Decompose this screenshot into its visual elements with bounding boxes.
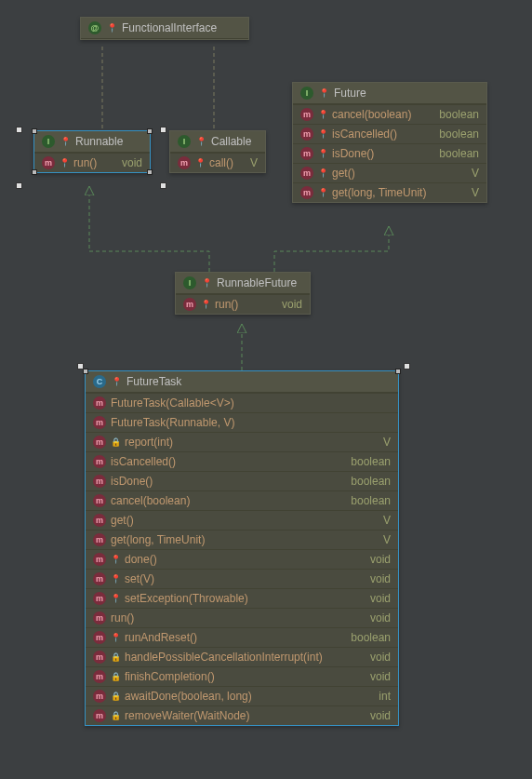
member-row[interactable]: m📍set(V)void <box>86 569 398 588</box>
selection-handle[interactable] <box>404 363 410 369</box>
member-row[interactable]: misDone()boolean <box>86 471 398 490</box>
member-name: get(long, TimeUnit) <box>332 186 426 199</box>
interface-icon: I <box>42 135 55 148</box>
pin-icon: 📍 <box>318 149 327 158</box>
method-icon: m <box>93 514 106 527</box>
modifier-icon: 📍 <box>112 377 121 386</box>
member-row[interactable]: m🔒report(int)V <box>86 432 398 451</box>
pin-icon: 📍 <box>318 168 327 178</box>
modifier-icon: 📍 <box>107 23 116 33</box>
member-row[interactable]: m🔒handlePossibleCancellationInterrupt(in… <box>86 647 398 666</box>
member-row[interactable]: mget()V <box>86 510 398 530</box>
method-icon: m <box>93 611 106 625</box>
pin-icon: 📍 <box>318 188 327 197</box>
lock-icon: 🔒 <box>111 711 120 720</box>
member-row[interactable]: m📍isCancelled()boolean <box>293 124 486 143</box>
member-row[interactable]: m📍runAndReset()boolean <box>86 627 398 647</box>
member-row[interactable]: m📍get(long, TimeUnit)V <box>293 182 486 202</box>
selection-handle[interactable] <box>160 182 166 189</box>
member-row[interactable]: mrun()void <box>86 608 398 627</box>
diagram-canvas[interactable]: @ 📍 FunctionalInterface I 📍 Runnable m📍r… <box>0 0 532 779</box>
member-name: FutureTask(Runnable, V) <box>111 416 234 429</box>
member-row[interactable]: m📍get()V <box>293 163 486 182</box>
node-title: FutureTask <box>126 375 181 388</box>
member-name: run() <box>215 298 238 311</box>
method-icon: m <box>93 709 106 722</box>
node-functional-interface[interactable]: @ 📍 FunctionalInterface <box>80 17 249 40</box>
member-row[interactable]: m🔒finishCompletion()void <box>86 666 398 686</box>
member-return: boolean <box>351 631 391 644</box>
method-icon: m <box>300 108 313 121</box>
selection-handle[interactable] <box>160 127 166 133</box>
member-return: V <box>383 436 391 449</box>
member-name: cancel(boolean) <box>111 494 190 507</box>
member-name: FutureTask(Callable<V>) <box>111 396 234 410</box>
member-row[interactable]: mFutureTask(Callable<V>) <box>86 393 398 412</box>
member-row[interactable]: m📍cancel(boolean)boolean <box>293 104 486 124</box>
interface-icon: I <box>183 276 196 289</box>
member-row[interactable]: m📍run()void <box>34 153 150 172</box>
selection-handle[interactable] <box>32 169 37 175</box>
selection-handle[interactable] <box>16 127 22 133</box>
node-header: C 📍 FutureTask <box>86 371 398 393</box>
node-callable[interactable]: I 📍 Callable m📍call()V <box>169 130 266 173</box>
selection-handle[interactable] <box>77 363 84 369</box>
selection-handle[interactable] <box>395 369 401 374</box>
member-row[interactable]: m📍call()V <box>170 153 265 172</box>
member-name: call() <box>209 156 233 169</box>
modifier-icon: 📍 <box>196 137 206 146</box>
member-return: boolean <box>439 108 479 121</box>
selection-handle[interactable] <box>32 128 37 134</box>
lock-icon: 🔒 <box>111 692 120 701</box>
member-return: boolean <box>439 147 479 160</box>
method-icon: m <box>93 416 106 429</box>
modifier-icon: 📍 <box>319 88 328 98</box>
member-return: V <box>383 533 391 546</box>
modifier-icon: 📍 <box>60 137 70 146</box>
node-header: I 📍 RunnableFuture <box>176 273 310 294</box>
member-return: void <box>370 553 391 566</box>
selection-handle[interactable] <box>147 128 153 134</box>
member-list: m📍run()void <box>176 294 310 314</box>
pin-icon: 📍 <box>111 633 120 642</box>
member-row[interactable]: mFutureTask(Runnable, V) <box>86 412 398 432</box>
member-name: isDone() <box>111 475 153 488</box>
selection-handle[interactable] <box>147 169 153 175</box>
method-icon: m <box>300 147 313 160</box>
member-list: m📍run()void <box>34 153 150 172</box>
member-row[interactable]: m🔒awaitDone(boolean, long)int <box>86 686 398 705</box>
member-row[interactable]: m📍setException(Throwable)void <box>86 588 398 608</box>
class-icon: C <box>93 375 106 388</box>
method-icon: m <box>93 572 106 585</box>
method-icon: m <box>93 592 106 605</box>
node-header: @ 📍 FunctionalInterface <box>81 18 248 39</box>
member-row[interactable]: m🔒removeWaiter(WaitNode)void <box>86 705 398 725</box>
node-runnable-future[interactable]: I 📍 RunnableFuture m📍run()void <box>175 272 311 315</box>
node-header: I 📍 Runnable <box>34 131 150 153</box>
selection-handle[interactable] <box>16 182 22 189</box>
member-row[interactable]: m📍done()void <box>86 549 398 569</box>
member-return: void <box>122 156 142 169</box>
member-list: m📍call()V <box>170 153 265 172</box>
member-row[interactable]: mcancel(boolean)boolean <box>86 490 398 510</box>
member-name: get() <box>111 514 134 527</box>
member-row[interactable]: mget(long, TimeUnit)V <box>86 530 398 549</box>
node-runnable[interactable]: I 📍 Runnable m📍run()void <box>33 130 151 173</box>
member-row[interactable]: m📍isDone()boolean <box>293 143 486 163</box>
method-icon: m <box>300 167 313 180</box>
member-return: boolean <box>351 475 391 488</box>
member-name: awaitDone(boolean, long) <box>125 690 252 703</box>
node-future-task[interactable]: C 📍 FutureTask mFutureTask(Callable<V>)m… <box>85 370 399 726</box>
member-return: void <box>370 709 391 722</box>
pin-icon: 📍 <box>318 129 327 139</box>
node-future[interactable]: I 📍 Future m📍cancel(boolean)booleanm📍isC… <box>292 82 487 203</box>
member-return: void <box>370 572 391 585</box>
member-return: void <box>370 592 391 605</box>
pin-icon: 📍 <box>111 594 120 603</box>
member-row[interactable]: m📍run()void <box>176 294 310 314</box>
method-icon: m <box>300 128 313 141</box>
method-icon: m <box>93 475 106 488</box>
member-row[interactable]: misCancelled()boolean <box>86 451 398 471</box>
lock-icon: 🔒 <box>111 652 120 662</box>
member-list: m📍cancel(boolean)booleanm📍isCancelled()b… <box>293 104 486 202</box>
